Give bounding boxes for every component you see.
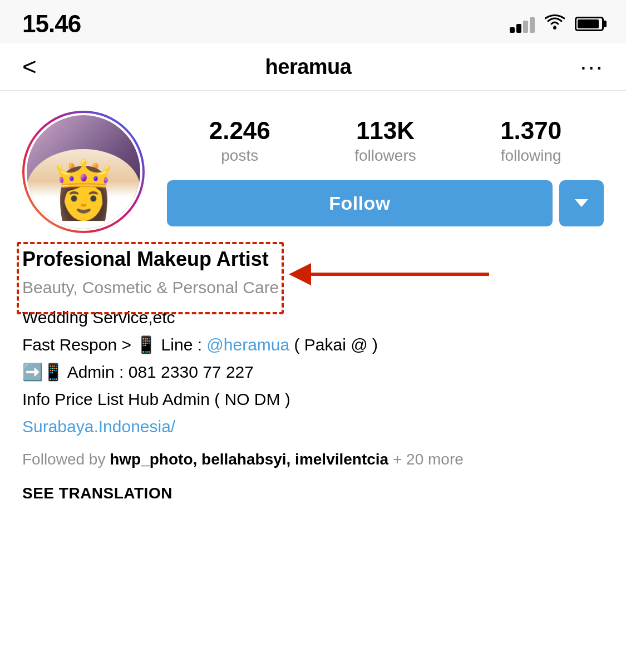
stat-following[interactable]: 1.370 following — [500, 117, 561, 164]
page-title: heramua — [265, 55, 352, 79]
bio-name: Profesional Makeup Artist — [22, 246, 604, 273]
avatar-image — [27, 115, 140, 229]
avatar[interactable] — [22, 111, 145, 233]
bio-category: Beauty, Cosmetic & Personal Care — [22, 276, 604, 299]
status-icons — [510, 14, 604, 34]
follow-button[interactable]: Follow — [167, 180, 553, 226]
following-label: following — [501, 147, 561, 165]
bio-line1: Wedding Service,etc — [22, 305, 604, 330]
signal-bar-1 — [510, 27, 515, 33]
back-button[interactable]: < — [22, 55, 37, 79]
signal-bar-2 — [516, 24, 521, 33]
see-translation-button[interactable]: SEE TRANSLATION — [22, 485, 604, 502]
page-header: < heramua ··· — [0, 43, 626, 91]
signal-bar-3 — [523, 21, 528, 33]
bio-line2-prefix: Fast Respon > 📱 Line : — [22, 335, 206, 354]
stat-followers[interactable]: 113K followers — [354, 117, 416, 164]
followed-by-users: hwp_photo, bellahabsyi, imelvilentcia — [110, 451, 388, 468]
signal-icon — [510, 15, 535, 33]
stats-row: 2.246 posts 113K followers 1.370 followi… — [167, 117, 604, 164]
profile-section: 2.246 posts 113K followers 1.370 followi… — [0, 91, 626, 246]
stats-container: 2.246 posts 113K followers 1.370 followi… — [167, 117, 604, 226]
bio-line2-suffix: ( Pakai @ ) — [289, 335, 378, 354]
bio-line3: ➡️📱 Admin : 081 2330 77 227 — [22, 359, 604, 384]
wifi-icon — [545, 14, 565, 34]
followed-by-prefix: Followed by — [22, 451, 110, 468]
stat-posts[interactable]: 2.246 posts — [209, 117, 270, 164]
follow-dropdown-button[interactable] — [559, 180, 604, 226]
svg-point-0 — [553, 26, 556, 29]
followers-value: 113K — [356, 117, 415, 144]
posts-label: posts — [221, 147, 258, 165]
status-time: 15.46 — [22, 10, 81, 38]
more-options-button[interactable]: ··· — [580, 61, 604, 73]
bio-line2-handle[interactable]: @heramua — [206, 335, 289, 354]
posts-value: 2.246 — [209, 117, 270, 144]
bio-section: Profesional Makeup Artist Beauty, Cosmet… — [0, 246, 626, 519]
followed-by: Followed by hwp_photo, bellahabsyi, imel… — [22, 448, 604, 471]
bio-line4: Info Price List Hub Admin ( NO DM ) — [22, 387, 604, 412]
battery-fill — [578, 19, 599, 28]
battery-icon — [575, 17, 604, 31]
action-row: Follow — [167, 180, 604, 226]
following-value: 1.370 — [500, 117, 561, 144]
signal-bar-4 — [530, 17, 535, 33]
followers-label: followers — [354, 147, 416, 165]
chevron-down-icon — [575, 199, 588, 207]
followed-by-suffix: + 20 more — [388, 451, 464, 468]
avatar-inner — [24, 113, 142, 231]
bio-url[interactable]: Surabaya.Indonesia/ — [22, 414, 604, 439]
bio-line2: Fast Respon > 📱 Line : @heramua ( Pakai … — [22, 332, 604, 357]
status-bar: 15.46 — [0, 0, 626, 43]
